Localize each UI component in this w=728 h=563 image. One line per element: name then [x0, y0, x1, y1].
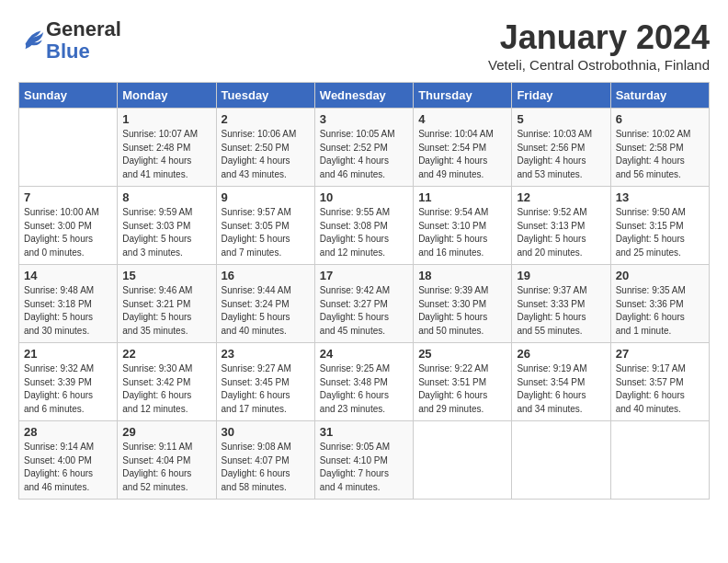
- logo-bird-icon: [20, 26, 46, 52]
- calendar-week-row: 7Sunrise: 10:00 AM Sunset: 3:00 PM Dayli…: [19, 187, 710, 265]
- calendar-cell: [610, 421, 709, 500]
- calendar-cell: 14Sunrise: 9:48 AM Sunset: 3:18 PM Dayli…: [19, 265, 118, 343]
- day-info: Sunrise: 10:00 AM Sunset: 3:00 PM Daylig…: [24, 206, 112, 259]
- day-info: Sunrise: 9:52 AM Sunset: 3:13 PM Dayligh…: [517, 206, 605, 259]
- day-info: Sunrise: 9:44 AM Sunset: 3:24 PM Dayligh…: [222, 284, 310, 338]
- day-number: 1: [122, 112, 210, 126]
- location-title: Veteli, Central Ostrobothnia, Finland: [488, 57, 710, 73]
- calendar-cell: 12Sunrise: 9:52 AM Sunset: 3:13 PM Dayli…: [512, 187, 610, 265]
- calendar-week-row: 14Sunrise: 9:48 AM Sunset: 3:18 PM Dayli…: [19, 265, 710, 343]
- day-info: Sunrise: 10:04 AM Sunset: 2:54 PM Daylig…: [418, 128, 506, 181]
- calendar-cell: 28Sunrise: 9:14 AM Sunset: 4:00 PM Dayli…: [19, 421, 118, 500]
- day-number: 2: [222, 112, 310, 126]
- day-info: Sunrise: 9:57 AM Sunset: 3:05 PM Dayligh…: [222, 206, 310, 259]
- day-number: 17: [320, 269, 408, 282]
- day-number: 24: [320, 347, 408, 361]
- day-number: 6: [616, 112, 704, 126]
- calendar-cell: 23Sunrise: 9:27 AM Sunset: 3:45 PM Dayli…: [216, 343, 314, 421]
- day-number: 15: [122, 269, 210, 282]
- calendar-cell: 11Sunrise: 9:54 AM Sunset: 3:10 PM Dayli…: [414, 187, 512, 265]
- title-block: January 2024 Veteli, Central Ostrobothni…: [488, 18, 710, 73]
- day-number: 31: [320, 425, 408, 439]
- day-info: Sunrise: 9:48 AM Sunset: 3:18 PM Dayligh…: [24, 284, 112, 338]
- day-number: 30: [222, 425, 310, 439]
- day-number: 13: [616, 190, 704, 204]
- calendar-cell: [19, 109, 118, 187]
- calendar-cell: 15Sunrise: 9:46 AM Sunset: 3:21 PM Dayli…: [118, 265, 216, 343]
- calendar-cell: 16Sunrise: 9:44 AM Sunset: 3:24 PM Dayli…: [216, 265, 314, 343]
- day-number: 21: [24, 347, 112, 361]
- day-number: 22: [122, 347, 210, 361]
- day-info: Sunrise: 9:59 AM Sunset: 3:03 PM Dayligh…: [122, 206, 210, 259]
- day-header-saturday: Saturday: [610, 83, 709, 109]
- day-info: Sunrise: 10:03 AM Sunset: 2:56 PM Daylig…: [517, 128, 605, 181]
- calendar-body: 1Sunrise: 10:07 AM Sunset: 2:48 PM Dayli…: [19, 109, 710, 500]
- logo: General Blue: [18, 18, 121, 63]
- calendar-cell: 7Sunrise: 10:00 AM Sunset: 3:00 PM Dayli…: [19, 187, 118, 265]
- calendar-cell: 10Sunrise: 9:55 AM Sunset: 3:08 PM Dayli…: [314, 187, 413, 265]
- calendar-cell: 17Sunrise: 9:42 AM Sunset: 3:27 PM Dayli…: [314, 265, 413, 343]
- calendar-cell: 6Sunrise: 10:02 AM Sunset: 2:58 PM Dayli…: [610, 109, 709, 187]
- calendar-cell: [512, 421, 610, 500]
- calendar-cell: 27Sunrise: 9:17 AM Sunset: 3:57 PM Dayli…: [610, 343, 709, 421]
- day-number: 7: [24, 190, 112, 204]
- day-info: Sunrise: 9:35 AM Sunset: 3:36 PM Dayligh…: [616, 284, 704, 338]
- day-header-tuesday: Tuesday: [216, 83, 314, 109]
- calendar-cell: 25Sunrise: 9:22 AM Sunset: 3:51 PM Dayli…: [414, 343, 512, 421]
- day-info: Sunrise: 9:08 AM Sunset: 4:07 PM Dayligh…: [222, 441, 310, 494]
- calendar-cell: 19Sunrise: 9:37 AM Sunset: 3:33 PM Dayli…: [512, 265, 610, 343]
- day-header-thursday: Thursday: [414, 83, 512, 109]
- calendar-week-row: 28Sunrise: 9:14 AM Sunset: 4:00 PM Dayli…: [19, 421, 710, 500]
- day-number: 23: [222, 347, 310, 361]
- calendar-cell: 30Sunrise: 9:08 AM Sunset: 4:07 PM Dayli…: [216, 421, 314, 500]
- day-info: Sunrise: 9:50 AM Sunset: 3:15 PM Dayligh…: [616, 206, 704, 259]
- day-number: 29: [122, 425, 210, 439]
- day-info: Sunrise: 9:37 AM Sunset: 3:33 PM Dayligh…: [517, 284, 605, 338]
- day-number: 25: [418, 347, 506, 361]
- day-header-friday: Friday: [512, 83, 610, 109]
- day-number: 12: [517, 190, 605, 204]
- day-number: 14: [24, 269, 112, 282]
- logo-blue: Blue: [46, 40, 90, 63]
- day-number: 8: [122, 190, 210, 204]
- day-info: Sunrise: 9:27 AM Sunset: 3:45 PM Dayligh…: [222, 362, 310, 416]
- calendar-cell: 22Sunrise: 9:30 AM Sunset: 3:42 PM Dayli…: [118, 343, 216, 421]
- day-info: Sunrise: 9:55 AM Sunset: 3:08 PM Dayligh…: [320, 206, 408, 259]
- logo-general: General: [46, 17, 121, 40]
- day-number: 5: [517, 112, 605, 126]
- day-number: 19: [517, 269, 605, 282]
- day-info: Sunrise: 9:25 AM Sunset: 3:48 PM Dayligh…: [320, 362, 408, 416]
- day-number: 16: [222, 269, 310, 282]
- day-header-wednesday: Wednesday: [314, 83, 413, 109]
- logo-text: General Blue: [46, 18, 121, 63]
- day-info: Sunrise: 9:30 AM Sunset: 3:42 PM Dayligh…: [122, 362, 210, 416]
- day-info: Sunrise: 10:07 AM Sunset: 2:48 PM Daylig…: [122, 128, 210, 181]
- day-number: 27: [616, 347, 704, 361]
- day-number: 11: [418, 190, 506, 204]
- calendar-cell: 24Sunrise: 9:25 AM Sunset: 3:48 PM Dayli…: [314, 343, 413, 421]
- calendar-cell: 26Sunrise: 9:19 AM Sunset: 3:54 PM Dayli…: [512, 343, 610, 421]
- day-info: Sunrise: 9:54 AM Sunset: 3:10 PM Dayligh…: [418, 206, 506, 259]
- day-header-monday: Monday: [118, 83, 216, 109]
- calendar-cell: 1Sunrise: 10:07 AM Sunset: 2:48 PM Dayli…: [118, 109, 216, 187]
- calendar-cell: 29Sunrise: 9:11 AM Sunset: 4:04 PM Dayli…: [118, 421, 216, 500]
- day-info: Sunrise: 10:06 AM Sunset: 2:50 PM Daylig…: [222, 128, 310, 181]
- day-header-sunday: Sunday: [19, 83, 118, 109]
- day-info: Sunrise: 9:19 AM Sunset: 3:54 PM Dayligh…: [517, 362, 605, 416]
- day-number: 18: [418, 269, 506, 282]
- calendar-week-row: 21Sunrise: 9:32 AM Sunset: 3:39 PM Dayli…: [19, 343, 710, 421]
- calendar-cell: 4Sunrise: 10:04 AM Sunset: 2:54 PM Dayli…: [414, 109, 512, 187]
- day-number: 28: [24, 425, 112, 439]
- day-info: Sunrise: 9:39 AM Sunset: 3:30 PM Dayligh…: [418, 284, 506, 338]
- day-number: 9: [222, 190, 310, 204]
- calendar-cell: 5Sunrise: 10:03 AM Sunset: 2:56 PM Dayli…: [512, 109, 610, 187]
- day-info: Sunrise: 10:05 AM Sunset: 2:52 PM Daylig…: [320, 128, 408, 181]
- calendar-cell: 18Sunrise: 9:39 AM Sunset: 3:30 PM Dayli…: [414, 265, 512, 343]
- day-info: Sunrise: 10:02 AM Sunset: 2:58 PM Daylig…: [616, 128, 704, 181]
- calendar-header-row: SundayMondayTuesdayWednesdayThursdayFrid…: [19, 83, 710, 109]
- day-info: Sunrise: 9:42 AM Sunset: 3:27 PM Dayligh…: [320, 284, 408, 338]
- day-info: Sunrise: 9:32 AM Sunset: 3:39 PM Dayligh…: [24, 362, 112, 416]
- calendar-cell: 8Sunrise: 9:59 AM Sunset: 3:03 PM Daylig…: [118, 187, 216, 265]
- calendar-cell: 20Sunrise: 9:35 AM Sunset: 3:36 PM Dayli…: [610, 265, 709, 343]
- calendar-cell: 2Sunrise: 10:06 AM Sunset: 2:50 PM Dayli…: [216, 109, 314, 187]
